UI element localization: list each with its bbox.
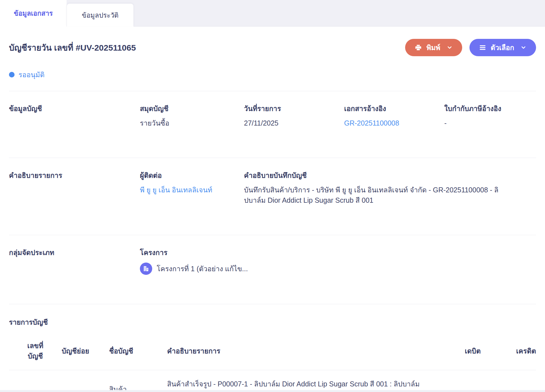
status-label: รออนุมัติ (18, 69, 44, 80)
table-header-row: เลขที่ บัญชี บัญชีย่อย ชื่อบัญชี คำอธิบา… (9, 333, 536, 370)
field-project: โครงการ (140, 247, 536, 275)
options-button[interactable]: ตัวเลือก (469, 39, 536, 56)
status-dot-icon (9, 72, 15, 77)
cell-account-no: 114102 (9, 370, 62, 392)
menu-icon (479, 44, 486, 51)
bottom-edge (0, 390, 545, 392)
field-ledger-book-value: รายวันซื้อ (140, 118, 244, 129)
section-account-info: ข้อมูลบัญชี สมุดบัญชี รายวันซื้อ วันที่ร… (9, 91, 536, 147)
chevron-down-icon (447, 44, 453, 51)
journal-entry-page: ข้อมูลเอกสาร ข้อมูลประวัติ บัญชีรายวัน เ… (0, 0, 545, 392)
page-title: บัญชีรายวัน เลขที่ #UV-202511065 (9, 41, 136, 54)
cell-sub-account: P00007-1 (62, 370, 109, 392)
field-contact: ผู้ติดต่อ พี ยู ยู เอ็น อินเทลลิเจนท์ (140, 170, 244, 206)
field-entry-date-label: วันที่รายการ (244, 103, 344, 114)
tab-document-info-label: ข้อมูลเอกสาร (14, 8, 53, 19)
field-project-label: โครงการ (140, 247, 536, 258)
cell-credit: 0.00 (481, 370, 536, 392)
tab-history-info[interactable]: ข้อมูลประวัติ (67, 3, 134, 27)
table-row[interactable]: 114102 P00007-1 สินค้า สำเร็จรูป สินค้าส… (9, 370, 536, 392)
tab-bar: ข้อมูลเอกสาร ข้อมูลประวัติ (0, 0, 545, 27)
field-tax-invoice-ref-label: ใบกำกับภาษีอ้างอิง (444, 103, 536, 114)
column-header-account-name: ชื่อบัญชี (109, 333, 167, 370)
section-entries-title: รายการบัญชี (9, 317, 536, 328)
field-ledger-book-label: สมุดบัญชี (140, 103, 244, 114)
project-value: โครงการที่ 1 (ตัวอย่าง แก้ไข... (157, 263, 248, 274)
column-header-sub-account: บัญชีย่อย (62, 333, 109, 370)
column-header-credit: เครดิต (481, 333, 536, 370)
project-chip[interactable]: โครงการที่ 1 (ตัวอย่าง แก้ไข... (140, 263, 536, 275)
section-classification: กลุ่มจัดประเภท โครงการ (9, 235, 536, 293)
cell-debit: 75,000.00 (425, 370, 481, 392)
section-description: คำอธิบายรายการ ผู้ติดต่อ พี ยู ยู เอ็น อ… (9, 158, 536, 224)
cell-description: สินค้าสำเร็จรูป - P00007-1 - ลิปบาล์ม Di… (167, 370, 425, 392)
building-icon (140, 263, 152, 275)
field-tax-invoice-ref-value: - (444, 118, 536, 129)
section-account-info-title: ข้อมูลบัญชี (9, 103, 140, 129)
column-header-description: คำอธิบายรายการ (167, 333, 425, 370)
field-contact-label: ผู้ติดต่อ (140, 170, 244, 181)
printer-icon (415, 44, 422, 51)
section-classification-title: กลุ่มจัดประเภท (9, 247, 140, 275)
column-header-account-no: เลขที่ บัญชี (9, 333, 62, 370)
tab-history-info-label: ข้อมูลประวัติ (82, 10, 118, 21)
journal-entries-table: เลขที่ บัญชี บัญชีย่อย ชื่อบัญชี คำอธิบา… (9, 333, 536, 392)
print-button[interactable]: พิมพ์ (405, 39, 462, 56)
options-button-label: ตัวเลือก (491, 42, 514, 53)
chevron-down-icon (520, 44, 527, 51)
field-ledger-book: สมุดบัญชี รายวันซื้อ (140, 103, 244, 129)
column-header-debit: เดบิต (425, 333, 481, 370)
field-entry-date-value: 27/11/2025 (244, 118, 344, 129)
status-badge: รออนุมัติ (9, 69, 536, 80)
field-reference-document-label: เอกสารอ้างอิง (344, 103, 444, 114)
field-reference-document: เอกสารอ้างอิง GR-20251100008 (344, 103, 444, 129)
header-actions: พิมพ์ ตัวเลือก (405, 39, 536, 56)
cell-account-name: สินค้า สำเร็จรูป (109, 370, 167, 392)
reference-document-link[interactable]: GR-20251100008 (344, 119, 399, 127)
tab-document-info[interactable]: ข้อมูลเอกสาร (0, 0, 67, 27)
field-entry-date: วันที่รายการ 27/11/2025 (244, 103, 344, 129)
print-button-label: พิมพ์ (426, 42, 440, 53)
divider (9, 304, 536, 304)
field-tax-invoice-ref: ใบกำกับภาษีอ้างอิง - (444, 103, 536, 129)
page-header: บัญชีรายวัน เลขที่ #UV-202511065 พิมพ์ (9, 39, 536, 56)
field-journal-note-label: คำอธิบายบันทึกบัญชี (244, 170, 519, 181)
section-description-title: คำอธิบายรายการ (9, 170, 140, 206)
field-journal-note: คำอธิบายบันทึกบัญชี บันทึกรับสินค้า/บริก… (244, 170, 536, 206)
field-journal-note-value: บันทึกรับสินค้า/บริการ - บริษัท พี ยู ยู… (244, 185, 519, 206)
contact-link[interactable]: พี ยู ยู เอ็น อินเทลลิเจนท์ (140, 186, 212, 194)
